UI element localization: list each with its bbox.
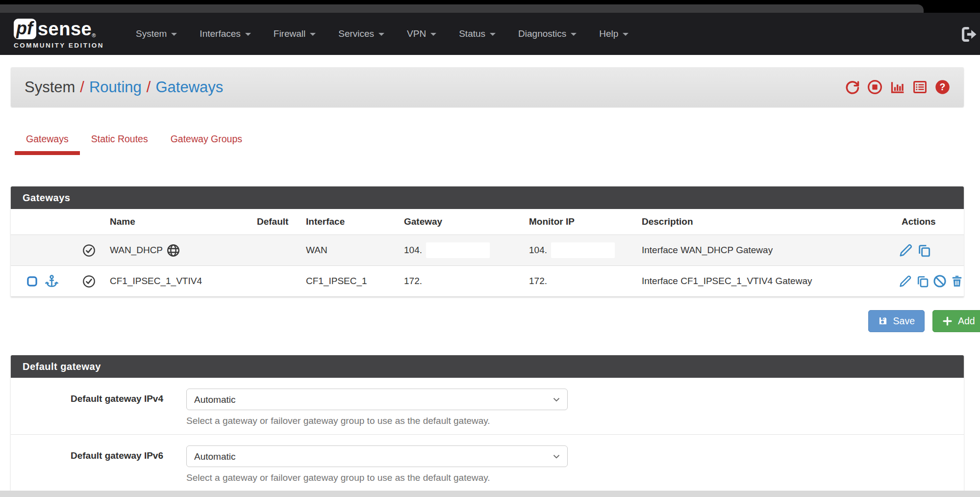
window-chrome-strip: [0, 0, 980, 13]
default-gateway-ipv6-row: Default gateway IPv6 Automatic Select a …: [11, 434, 964, 491]
chevron-down-icon: [490, 33, 496, 36]
default-gateway-ipv6-help: Select a gateway or failover gateway gro…: [186, 472, 568, 483]
breadcrumb-separator: /: [75, 78, 89, 96]
col-header-default: Default: [251, 216, 300, 227]
menu-firewall[interactable]: Firewall: [262, 23, 327, 45]
redaction-box: [426, 273, 490, 289]
redaction-box: [426, 242, 490, 258]
breadcrumb-link-routing[interactable]: Routing: [89, 78, 142, 96]
table-row-cf1-ipsec: CF1_IPSEC_1_VTIV4 CF1_IPSEC_1 172. 172. …: [11, 266, 964, 297]
gateway-address: 172.: [404, 276, 422, 287]
save-button-label: Save: [893, 315, 915, 327]
globe-icon: [167, 244, 180, 257]
chevron-down-icon: [430, 33, 436, 36]
square-outline-icon[interactable]: [26, 276, 38, 287]
gateways-panel: Gateways Name Default Interface Gateway …: [11, 186, 964, 297]
col-header-monitor-ip: Monitor IP: [523, 216, 636, 227]
col-header-name: Name: [104, 216, 251, 227]
copy-icon[interactable]: [917, 243, 931, 258]
menu-services-label: Services: [338, 28, 374, 39]
col-header-description: Description: [636, 216, 896, 227]
community-edition-label: COMMUNITY EDITION: [14, 42, 104, 49]
chevron-down-icon: [245, 33, 251, 36]
menu-services[interactable]: Services: [327, 23, 396, 45]
actions-bar: Save Add: [0, 310, 980, 332]
redaction-box: [551, 242, 615, 258]
menu-diagnostics[interactable]: Diagnostics: [507, 23, 588, 45]
menu-diagnostics-label: Diagnostics: [518, 28, 566, 39]
col-header-gateway: Gateway: [398, 216, 523, 227]
gateway-online-check-icon: [82, 275, 96, 288]
menu-help-label: Help: [599, 28, 618, 39]
default-gateway-ipv6-label: Default gateway IPv6: [11, 445, 186, 483]
gateway-address: 104.: [404, 245, 422, 256]
chevron-down-icon: [171, 33, 177, 36]
table-row-wan-dhcp: WAN_DHCP WAN 104. 104. Interface WAN_DHC…: [11, 235, 964, 266]
disable-icon[interactable]: [933, 274, 947, 288]
add-button[interactable]: Add: [932, 310, 980, 332]
pfsense-logo[interactable]: pf sense ® COMMUNITY EDITION: [14, 19, 104, 49]
menu-help[interactable]: Help: [588, 23, 640, 45]
add-button-label: Add: [958, 315, 975, 327]
plus-icon: [942, 316, 953, 326]
default-gateway-panel-header: Default gateway: [11, 355, 964, 378]
monitor-ip: 104.: [529, 245, 547, 256]
tab-gateway-groups[interactable]: Gateway Groups: [159, 127, 253, 155]
menu-interfaces[interactable]: Interfaces: [188, 23, 262, 45]
breadcrumb-section: System: [25, 78, 75, 96]
gateways-table-header: Name Default Interface Gateway Monitor I…: [11, 209, 964, 235]
default-gateway-ipv4-select[interactable]: Automatic: [186, 389, 568, 410]
log-list-icon[interactable]: [912, 79, 928, 95]
tab-gateways[interactable]: Gateways: [15, 127, 80, 155]
menu-firewall-label: Firewall: [274, 28, 305, 39]
chevron-down-icon: [571, 33, 577, 36]
help-icon[interactable]: ?: [935, 79, 950, 95]
default-gateway-ipv6-select[interactable]: Automatic: [186, 445, 568, 467]
breadcrumb-bar: System/Routing/Gateways ?: [11, 67, 964, 107]
pfsense-logo-sense: sense: [38, 20, 92, 38]
menu-vpn-label: VPN: [407, 28, 426, 39]
edit-icon[interactable]: [899, 274, 912, 288]
save-button[interactable]: Save: [868, 310, 925, 332]
anchor-icon: [45, 274, 59, 288]
save-icon: [878, 316, 888, 326]
stop-icon[interactable]: [867, 79, 882, 95]
chart-icon[interactable]: [890, 79, 905, 95]
tab-static-routes[interactable]: Static Routes: [80, 127, 159, 155]
default-gateway-ipv4-help: Select a gateway or failover gateway gro…: [186, 416, 568, 426]
redaction-box: [551, 273, 615, 289]
breadcrumb-actions: ?: [845, 79, 950, 95]
col-header-interface: Interface: [300, 216, 398, 227]
window-chrome-bar: [0, 4, 924, 13]
default-gateway-ipv4-label: Default gateway IPv4: [11, 389, 186, 426]
refresh-icon[interactable]: [845, 79, 860, 95]
col-header-actions: Actions: [896, 216, 964, 227]
gateway-online-check-icon: [82, 244, 96, 257]
chevron-down-icon: [623, 33, 628, 36]
registered-mark: ®: [92, 32, 96, 38]
main-menu: System Interfaces Firewall Services VPN …: [125, 23, 640, 45]
gateway-description: Interface WAN_DHCP Gateway: [636, 245, 896, 256]
menu-status[interactable]: Status: [448, 23, 507, 45]
menu-system[interactable]: System: [125, 23, 188, 45]
logout-icon[interactable]: [959, 25, 980, 44]
gateways-panel-title: Gateways: [23, 192, 70, 204]
menu-vpn[interactable]: VPN: [396, 23, 448, 45]
breadcrumb: System/Routing/Gateways: [25, 78, 223, 96]
menu-system-label: System: [136, 28, 167, 39]
breadcrumb-link-gateways[interactable]: Gateways: [155, 78, 223, 96]
menu-interfaces-label: Interfaces: [200, 28, 240, 39]
default-gateway-ipv4-row: Default gateway IPv4 Automatic Select a …: [11, 378, 964, 434]
default-gateway-panel: Default gateway Default gateway IPv4 Aut…: [11, 355, 964, 491]
menu-status-label: Status: [459, 28, 485, 39]
default-gateway-panel-title: Default gateway: [23, 361, 101, 372]
copy-icon[interactable]: [916, 274, 930, 288]
gateway-interface: CF1_IPSEC_1: [300, 276, 398, 287]
gateway-name: WAN_DHCP: [110, 245, 163, 256]
page-tabs: Gateways Static Routes Gateway Groups: [15, 127, 980, 155]
gateway-description: Interface CF1_IPSEC_1_VTIV4 Gateway: [636, 276, 896, 287]
delete-icon[interactable]: [950, 274, 964, 288]
pfsense-logo-pf: pf: [14, 19, 36, 39]
edit-icon[interactable]: [899, 243, 913, 258]
monitor-ip: 172.: [529, 276, 547, 287]
